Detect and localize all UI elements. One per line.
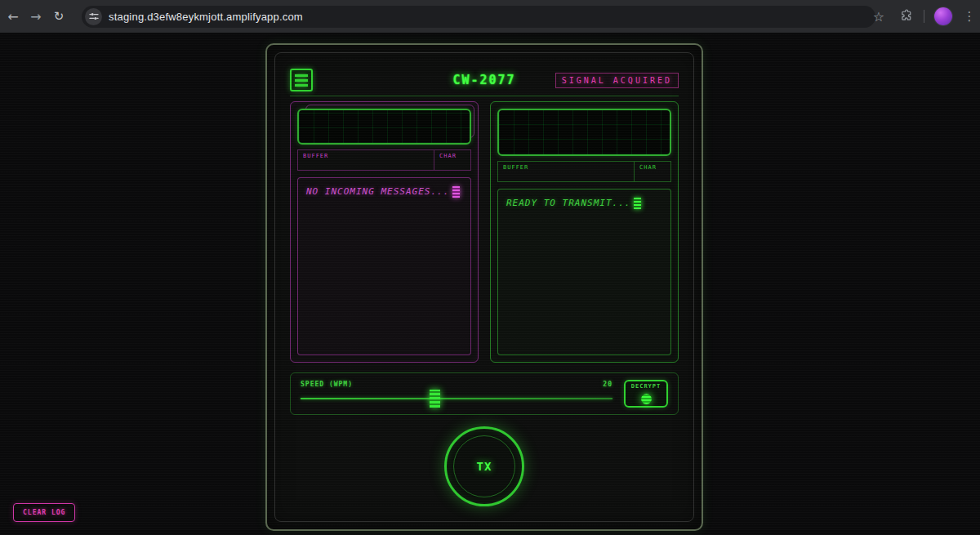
clear-log-button[interactable]: CLEAR LOG	[13, 503, 75, 522]
decrypt-button[interactable]: DECRYPT	[624, 380, 668, 408]
url-text: staging.d3efw8eykmjott.amplifyapp.com	[109, 11, 303, 23]
rx-char-label: CHAR	[439, 154, 466, 159]
forward-icon[interactable]: →	[24, 9, 47, 25]
app-title: CW-2077	[290, 73, 679, 87]
tx-cursor-block	[634, 198, 641, 209]
speed-slider[interactable]	[301, 390, 612, 408]
rx-scope-container	[297, 109, 471, 145]
address-bar[interactable]: staging.d3efw8eykmjott.amplifyapp.com	[82, 6, 875, 28]
browser-toolbar: ← → ↻ staging.d3efw8eykmjott.amplifyapp.…	[0, 0, 980, 33]
tx-message-text: READY TO TRANSMIT...	[506, 198, 630, 208]
rx-message-text: NO INCOMING MESSAGES...	[306, 186, 449, 197]
rx-buffer-box: BUFFER	[298, 150, 434, 170]
page-background: CW-2077 SIGNAL ACQUIRED BUFFER CHAR	[0, 33, 980, 535]
rx-buffer-row: BUFFER CHAR	[297, 149, 471, 171]
speed-control: SPEED (WPM) 20	[301, 380, 612, 408]
tx-key-label: TX	[477, 460, 492, 473]
tx-message-log: READY TO TRANSMIT...	[497, 189, 671, 355]
cw-terminal-window: CW-2077 SIGNAL ACQUIRED BUFFER CHAR	[265, 43, 703, 531]
site-info-icon[interactable]	[85, 8, 102, 25]
tx-oscilloscope-grid	[497, 109, 671, 156]
bookmark-star-icon[interactable]: ☆	[865, 9, 893, 25]
tx-key-zone: TX	[290, 415, 679, 513]
terminal-header: CW-2077 SIGNAL ACQUIRED	[290, 65, 679, 96]
tx-key-button[interactable]: TX	[444, 426, 524, 506]
profile-avatar[interactable]	[934, 7, 952, 25]
rx-oscilloscope-grid	[297, 109, 471, 145]
extensions-icon[interactable]	[893, 8, 920, 25]
toolbar-separator	[924, 10, 924, 23]
control-row: SPEED (WPM) 20 DECRYPT	[290, 372, 679, 415]
tx-key-inner-ring: TX	[453, 435, 515, 497]
decrypt-led-icon	[641, 394, 652, 404]
slider-track[interactable]	[301, 398, 612, 399]
slider-thumb[interactable]	[430, 390, 440, 408]
tx-char-label: CHAR	[639, 165, 666, 171]
speed-label: SPEED (WPM)	[301, 381, 353, 388]
decrypt-label: DECRYPT	[631, 383, 662, 390]
tx-buffer-row: BUFFER CHAR	[497, 161, 671, 182]
speed-value: 20	[603, 381, 612, 388]
browser-menu-icon[interactable]: ⋮	[959, 9, 980, 24]
rx-panel: BUFFER CHAR NO INCOMING MESSAGES...	[290, 101, 479, 363]
reload-icon[interactable]: ↻	[47, 9, 70, 24]
rx-cursor-block	[452, 186, 460, 198]
tx-buffer-box: BUFFER	[498, 162, 635, 181]
rx-char-box: CHAR	[434, 150, 470, 170]
rx-buffer-label: BUFFER	[303, 154, 429, 159]
back-icon[interactable]: ←	[2, 9, 24, 25]
rx-message-log: NO INCOMING MESSAGES...	[297, 177, 471, 355]
tx-buffer-label: BUFFER	[503, 165, 629, 171]
terminal-inner-frame: CW-2077 SIGNAL ACQUIRED BUFFER CHAR	[274, 52, 694, 522]
tx-scope-container	[497, 109, 671, 156]
tx-panel: BUFFER CHAR READY TO TRANSMIT...	[490, 101, 679, 363]
tx-char-box: CHAR	[635, 162, 670, 181]
